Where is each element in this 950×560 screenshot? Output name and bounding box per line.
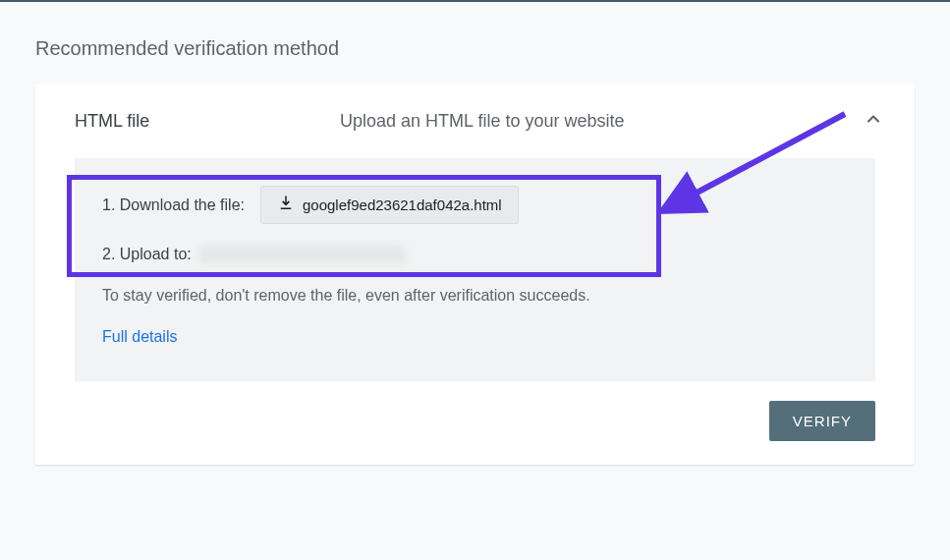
verification-card: HTML file Upload an HTML file to your we… [35,84,915,465]
step-download-row: 1. Download the file: googlef9ed23621daf… [102,186,848,224]
chevron-up-icon[interactable] [864,109,883,133]
download-file-button[interactable]: googlef9ed23621daf042a.html [260,186,519,224]
step-upload-row: 2. Upload to: [102,246,848,263]
upload-url-redacted [199,246,406,263]
card-title: HTML file [75,111,340,132]
full-details-link[interactable]: Full details [102,328,177,346]
card-body: 1. Download the file: googlef9ed23621daf… [75,158,875,381]
card-footer: VERIFY [35,381,915,465]
step-download-label: 1. Download the file: [102,196,245,214]
card-subtitle: Upload an HTML file to your website [340,111,864,132]
card-header[interactable]: HTML file Upload an HTML file to your we… [35,84,915,158]
verification-note: To stay verified, don't remove the file,… [102,287,848,305]
verify-button[interactable]: VERIFY [769,401,875,441]
page-heading: Recommended verification method [0,2,950,60]
download-file-name: googlef9ed23621daf042a.html [303,196,502,213]
step-upload-label: 2. Upload to: [102,246,192,263]
download-icon [277,195,295,215]
